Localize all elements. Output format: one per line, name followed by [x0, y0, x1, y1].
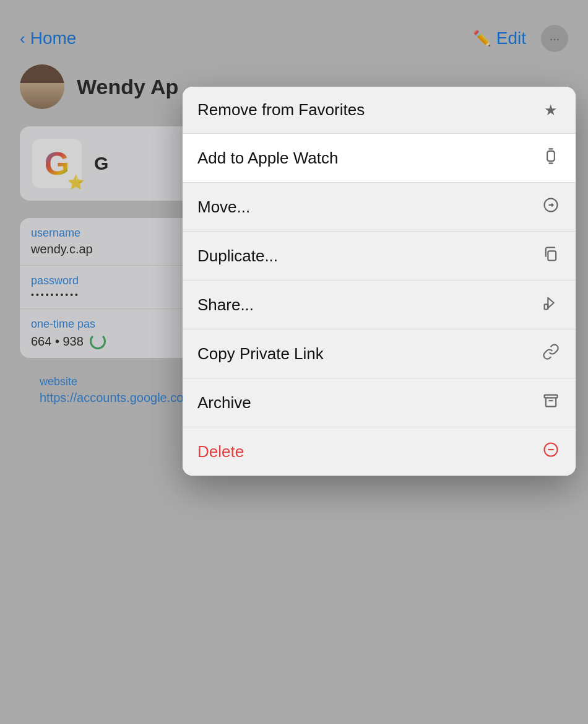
menu-item-copy-link[interactable]: Copy Private Link	[183, 329, 576, 378]
menu-item-label: Copy Private Link	[197, 344, 324, 364]
duplicate-icon	[541, 245, 561, 266]
svg-rect-0	[547, 151, 555, 161]
menu-item-add-apple-watch[interactable]: Add to Apple Watch	[183, 134, 576, 183]
archive-icon	[541, 392, 561, 413]
svg-rect-5	[545, 304, 548, 309]
menu-item-label: Archive	[197, 393, 251, 412]
move-icon	[541, 196, 561, 217]
svg-rect-4	[548, 251, 556, 260]
menu-item-move[interactable]: Move...	[183, 183, 576, 232]
menu-item-share[interactable]: Share...	[183, 281, 576, 329]
menu-item-label: Remove from Favorites	[197, 100, 365, 120]
menu-item-label: Duplicate...	[197, 246, 278, 266]
link-icon	[541, 343, 561, 364]
menu-item-label: Add to Apple Watch	[197, 149, 338, 168]
menu-item-label: Delete	[197, 442, 244, 461]
svg-rect-6	[545, 395, 558, 398]
watch-icon	[541, 147, 561, 168]
menu-item-label: Move...	[197, 198, 250, 217]
share-icon	[541, 294, 561, 315]
star-icon: ★	[541, 102, 561, 119]
menu-item-duplicate[interactable]: Duplicate...	[183, 232, 576, 281]
delete-icon	[541, 441, 561, 462]
menu-item-remove-favorites[interactable]: Remove from Favorites ★	[183, 87, 576, 134]
menu-item-label: Share...	[197, 295, 254, 315]
context-menu: Remove from Favorites ★ Add to Apple Wat…	[183, 87, 576, 476]
menu-item-delete[interactable]: Delete	[183, 427, 576, 476]
menu-item-archive[interactable]: Archive	[183, 378, 576, 427]
